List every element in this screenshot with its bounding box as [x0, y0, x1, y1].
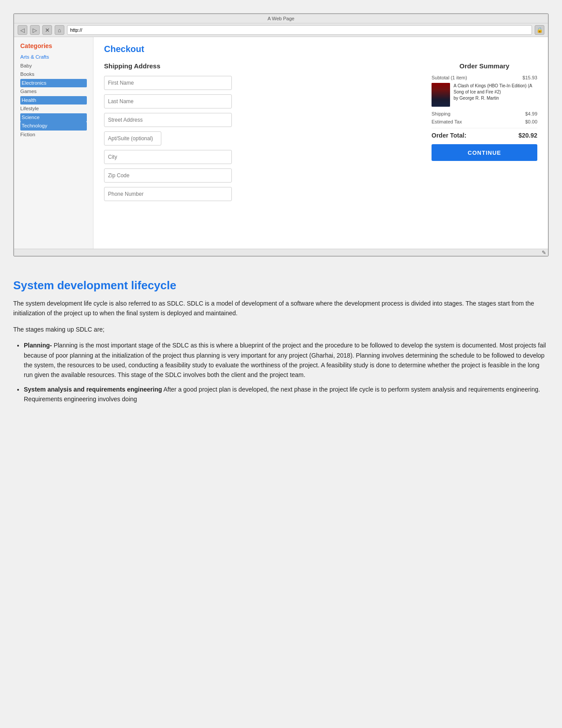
back-button[interactable]: ◁	[18, 25, 27, 35]
go-button[interactable]: 🔒	[535, 25, 544, 35]
shipping-label: Shipping	[432, 111, 450, 116]
stop-icon: ✕	[45, 27, 50, 34]
shipping-section: Shipping Address	[104, 62, 418, 205]
order-total-value: $20.92	[518, 132, 537, 139]
sidebar-item-fiction[interactable]: Fiction	[20, 131, 87, 139]
browser-toolbar: ◁ ▷ ✕ ⌂ 🔒	[14, 23, 548, 37]
sidebar-item-baby[interactable]: Baby	[20, 62, 87, 71]
article-stages-intro: The stages making up SDLC are;	[13, 325, 549, 334]
sidebar: Categories Arts & Crafts Baby Books Elec…	[14, 37, 93, 249]
phone-number-field[interactable]	[104, 187, 232, 201]
sidebar-item-games[interactable]: Games	[20, 87, 87, 96]
home-button[interactable]: ⌂	[55, 25, 64, 35]
shipping-line: Shipping $4.99	[432, 111, 537, 116]
article-title: System development lifecycle	[13, 279, 549, 292]
shipping-title: Shipping Address	[104, 62, 418, 70]
checkout-title: Checkout	[104, 44, 537, 54]
article-section: System development lifecycle The system …	[13, 274, 549, 413]
subtotal-line: Subtotal (1 item) $15.93	[432, 75, 537, 80]
go-icon: 🔒	[536, 27, 543, 33]
status-icon: ✎	[542, 250, 546, 256]
sidebar-item-science[interactable]: Science	[20, 113, 87, 122]
order-total-label: Order Total:	[432, 132, 466, 139]
browser-content: Categories Arts & Crafts Baby Books Elec…	[14, 37, 548, 249]
tax-line: Estimated Tax $0.00	[432, 119, 537, 124]
list-item-body-1: Planning is the most important stage of …	[24, 342, 546, 378]
sidebar-item-arts-crafts[interactable]: Arts & Crafts	[20, 53, 87, 62]
order-summary: Order Summary Subtotal (1 item) $15.93 A…	[432, 62, 537, 205]
stop-button[interactable]: ✕	[42, 25, 52, 35]
back-icon: ◁	[20, 27, 25, 34]
sidebar-title: Categories	[20, 42, 87, 49]
divider	[432, 128, 537, 128]
order-total-line: Order Total: $20.92	[432, 132, 537, 139]
list-item-heading-1: Planning-	[24, 342, 52, 349]
zip-code-field[interactable]	[104, 168, 232, 183]
sidebar-item-lifestyle[interactable]: Lifestyle	[20, 105, 87, 113]
shipping-value: $4.99	[525, 111, 537, 116]
apt-suite-field[interactable]	[104, 131, 161, 146]
list-item: System analysis and requirements enginee…	[24, 385, 549, 404]
subtotal-value: $15.93	[522, 75, 537, 80]
home-icon: ⌂	[58, 27, 61, 34]
article-list: Planning- Planning is the most important…	[13, 340, 549, 404]
order-summary-title: Order Summary	[432, 62, 537, 70]
list-item-heading-2: System analysis and requirements enginee…	[24, 386, 162, 393]
browser-window: A Web Page ◁ ▷ ✕ ⌂ 🔒 Categories Arts & C…	[13, 13, 549, 257]
first-name-field[interactable]	[104, 76, 232, 90]
forward-icon: ▷	[33, 27, 37, 34]
sidebar-item-books[interactable]: Books	[20, 70, 87, 79]
checkout-layout: Shipping Address Order Summary Subtotal …	[104, 62, 537, 205]
book-cover-image	[432, 83, 450, 107]
tax-label: Estimated Tax	[432, 119, 462, 124]
main-area: Checkout Shipping Address Order Summary	[93, 37, 548, 249]
book-author: by George R. R. Martin	[454, 96, 499, 101]
book-title-text: A Clash of Kings (HBO Tie-In Edition) (A…	[454, 83, 532, 94]
forward-button[interactable]: ▷	[30, 25, 40, 35]
sidebar-item-health[interactable]: Health	[20, 96, 87, 105]
subtotal-label: Subtotal (1 item)	[432, 75, 467, 80]
last-name-field[interactable]	[104, 94, 232, 108]
article-intro: The system development life cycle is als…	[13, 299, 549, 318]
address-bar[interactable]	[67, 25, 532, 35]
city-field[interactable]	[104, 150, 232, 164]
list-item: Planning- Planning is the most important…	[24, 340, 549, 380]
continue-button[interactable]: CONTINUE	[432, 144, 537, 161]
sidebar-item-electronics[interactable]: Electronics	[20, 79, 87, 88]
tax-value: $0.00	[525, 119, 537, 124]
browser-titlebar: A Web Page	[14, 14, 548, 23]
book-title: A Clash of Kings (HBO Tie-In Edition) (A…	[454, 83, 537, 107]
book-item: A Clash of Kings (HBO Tie-In Edition) (A…	[432, 83, 537, 107]
sidebar-item-technology[interactable]: Technology	[20, 122, 87, 131]
book-cover	[432, 83, 450, 107]
street-address-field[interactable]	[104, 113, 232, 127]
status-bar: ✎	[14, 249, 548, 256]
browser-title: A Web Page	[268, 16, 294, 21]
